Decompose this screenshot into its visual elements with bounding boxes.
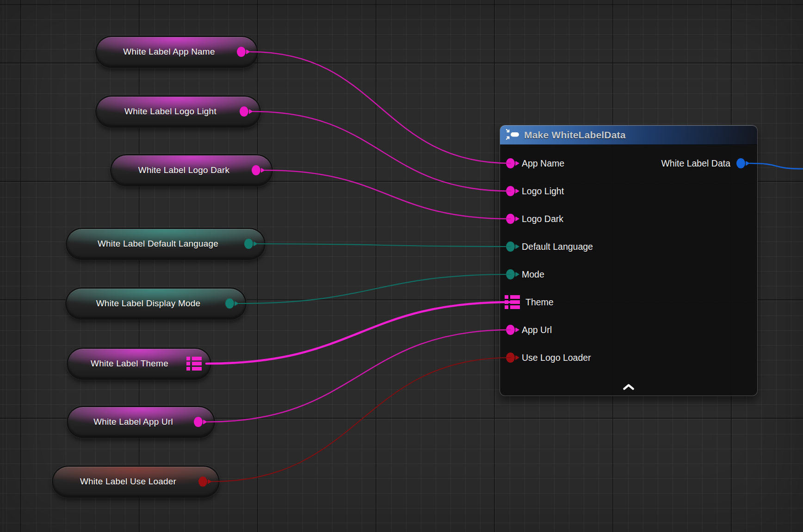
wire-white-label-logo-light[interactable] (253, 111, 511, 191)
getter-label: White Label Default Language (76, 239, 244, 249)
getter-node-white-label-use-loader[interactable]: White Label Use Loader (52, 465, 220, 498)
string-output-pin[interactable] (240, 106, 248, 117)
output-pin-row: White Label Data (661, 149, 745, 177)
input-pin-row: Logo Dark (500, 205, 757, 233)
getter-label: White Label Logo Light (106, 106, 240, 117)
getter-node-white-label-app-url[interactable]: White Label App Url (67, 406, 215, 438)
node-title: Make WhiteLabelData (524, 130, 626, 141)
wire-white-label-default-language[interactable] (258, 244, 511, 247)
chevron-up-icon (623, 384, 635, 390)
pin-label: App Name (522, 158, 564, 169)
pin-label: Default Language (522, 241, 593, 252)
getter-node-white-label-default-language[interactable]: White Label Default Language (66, 228, 266, 260)
getter-node-white-label-display-mode[interactable]: White Label Display Mode (65, 287, 247, 320)
input-pin-row: Use Logo Loader (500, 344, 757, 371)
getter-label: White Label App Url (77, 417, 194, 427)
blueprint-canvas[interactable]: White Label App Name White Label Logo Li… (0, 0, 803, 532)
wire-white-label-data[interactable] (750, 163, 803, 169)
getter-label: White Label Display Mode (76, 298, 225, 309)
input-pin-row: Logo Light (500, 177, 757, 205)
input-pin-row: Default Language (500, 233, 757, 260)
wire-white-label-logo-dark[interactable] (265, 170, 511, 219)
input-pin-row: App Url (500, 316, 757, 344)
getter-node-white-label-theme[interactable]: White Label Theme (67, 347, 211, 380)
input-pin-row: Mode (500, 260, 757, 288)
pin-label: Mode (522, 269, 544, 280)
bool-output-pin[interactable] (198, 476, 207, 487)
wire-white-label-display-mode[interactable] (239, 274, 511, 303)
struct-output-pin[interactable] (186, 357, 202, 371)
string-output-pin[interactable] (237, 47, 246, 57)
string-output-pin[interactable] (194, 417, 203, 427)
pin-label: Logo Dark (522, 214, 563, 224)
wire-white-label-use-loader[interactable] (212, 358, 511, 482)
getter-label: White Label Theme (77, 359, 186, 369)
enum-output-pin[interactable] (244, 239, 253, 249)
getter-label: White Label Logo Dark (121, 165, 252, 175)
getter-label: White Label Use Loader (62, 476, 198, 487)
pin-label: Logo Light (522, 186, 564, 197)
make-whitelabeldata-node[interactable]: Make WhiteLabelData App Name Logo Light … (500, 125, 758, 396)
wire-white-label-app-url[interactable] (207, 330, 511, 422)
getter-node-white-label-logo-dark[interactable]: White Label Logo Dark (110, 154, 273, 186)
getter-node-white-label-app-name[interactable]: White Label App Name (95, 36, 258, 68)
make-struct-icon (506, 129, 519, 142)
getter-node-white-label-logo-light[interactable]: White Label Logo Light (95, 95, 261, 128)
string-output-pin[interactable] (252, 165, 260, 175)
pin-label: Theme (525, 297, 554, 308)
input-pin-row: Theme (500, 288, 757, 316)
wire-white-label-app-name[interactable] (250, 52, 511, 163)
getter-label: White Label App Name (106, 47, 237, 57)
pin-label: App Url (522, 325, 552, 335)
node-header[interactable]: Make WhiteLabelData (500, 125, 757, 145)
pin-label: Use Logo Loader (522, 353, 591, 363)
pin-label: White Label Data (661, 158, 730, 169)
enum-output-pin[interactable] (225, 298, 234, 309)
object-output-pin[interactable] (736, 158, 745, 168)
collapse-node-button[interactable] (618, 382, 639, 392)
